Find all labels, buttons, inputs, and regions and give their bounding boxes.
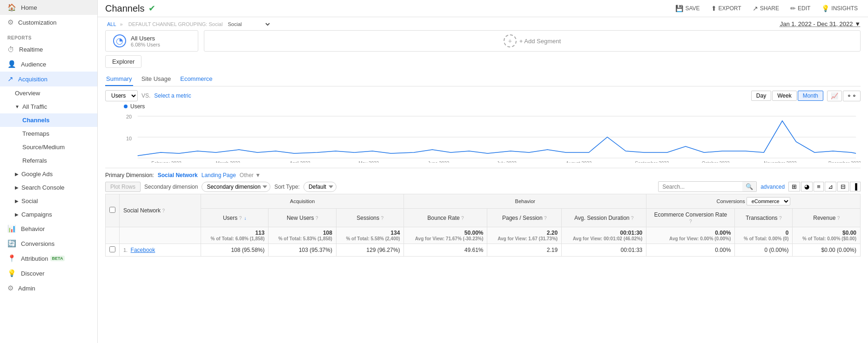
week-button[interactable]: Week bbox=[772, 91, 796, 101]
line-chart-button[interactable]: 📈 bbox=[827, 91, 842, 101]
svg-text:June 2022: June 2022 bbox=[428, 161, 450, 163]
save-icon: 💾 bbox=[675, 5, 683, 12]
add-segment-icon: + bbox=[504, 34, 517, 47]
social-network-help-icon[interactable]: ? bbox=[162, 208, 165, 213]
compare-view-button[interactable]: ⊟ bbox=[837, 182, 849, 191]
row-users: 108 (95.58%) bbox=[201, 244, 269, 257]
pages-session-help-icon[interactable]: ? bbox=[544, 216, 547, 221]
sidebar-channels-label: Channels bbox=[22, 117, 50, 124]
facebook-link[interactable]: Facebook bbox=[131, 247, 155, 253]
sidebar-item-attribution[interactable]: 📍 Attribution BETA bbox=[0, 251, 97, 266]
sidebar-item-search-console[interactable]: ▶ Search Console bbox=[0, 181, 97, 194]
metric-dropdown[interactable]: Users bbox=[105, 90, 138, 101]
date-range-selector[interactable]: Jan 1, 2022 - Dec 31, 2022 ▼ bbox=[780, 20, 861, 27]
sidebar-discover-label: Discover bbox=[21, 270, 45, 277]
row-checkbox[interactable] bbox=[109, 246, 115, 252]
sidebar-item-admin[interactable]: ⚙ Admin bbox=[0, 281, 97, 296]
channel-grouping-text: DEFAULT CHANNEL GROUPING: Social bbox=[128, 21, 223, 27]
behavior-group-header: Behavior bbox=[404, 194, 646, 209]
sidebar-audience-label: Audience bbox=[21, 61, 46, 68]
export-button[interactable]: ⬆ EXPORT bbox=[708, 3, 744, 14]
channel-grouping-dropdown[interactable]: Social Organic Search Direct bbox=[226, 21, 271, 27]
sidebar-item-home[interactable]: 🏠 Home bbox=[0, 0, 97, 15]
sidebar-item-all-traffic[interactable]: ▼ All Traffic bbox=[0, 100, 97, 113]
dot-chart-button[interactable]: ⚬⚬ bbox=[843, 91, 861, 101]
tab-site-usage[interactable]: Site Usage bbox=[141, 73, 172, 86]
legend-dot bbox=[124, 105, 128, 108]
tab-ecommerce[interactable]: Ecommerce bbox=[179, 73, 213, 86]
insights-button[interactable]: 💡 INSIGHTS bbox=[819, 3, 861, 14]
sidebar-item-referrals[interactable]: Referrals bbox=[0, 154, 97, 167]
edit-button[interactable]: ✏ EDIT bbox=[787, 3, 813, 14]
home-icon: 🏠 bbox=[7, 3, 16, 12]
social-network-dim[interactable]: Social Network bbox=[158, 172, 198, 178]
conversions-dropdown[interactable]: eCommerce bbox=[747, 197, 790, 205]
pie-view-button[interactable]: ◕ bbox=[801, 182, 813, 191]
sidebar-item-source-medium[interactable]: Source/Medium bbox=[0, 140, 97, 154]
sessions-header: Sessions ? bbox=[336, 209, 404, 227]
sort-type-select[interactable]: Default bbox=[303, 182, 336, 192]
sidebar-item-channels[interactable]: Channels bbox=[0, 113, 97, 127]
new-users-help-icon[interactable]: ? bbox=[316, 216, 318, 221]
sidebar-item-treemaps[interactable]: Treemaps bbox=[0, 127, 97, 140]
save-button[interactable]: 💾 SAVE bbox=[673, 3, 702, 14]
funnel-view-button[interactable]: ⊿ bbox=[825, 182, 836, 191]
list-view-button[interactable]: ≡ bbox=[814, 182, 824, 191]
add-segment-button[interactable]: + + Add Segment bbox=[204, 30, 861, 52]
table-total-row: 113 % of Total: 6.08% (1,858) 108 % of T… bbox=[106, 227, 861, 244]
share-icon: ↗ bbox=[753, 5, 758, 12]
search-input[interactable] bbox=[659, 182, 742, 191]
sidebar-item-campaigns[interactable]: ▶ Campaigns bbox=[0, 208, 97, 221]
select-all-checkbox[interactable] bbox=[109, 207, 115, 213]
sidebar-attribution-label: Attribution bbox=[21, 255, 48, 262]
advanced-link[interactable]: advanced bbox=[760, 184, 785, 190]
total-revenue: $0.00 % of Total: 0.00% ($0.00) bbox=[793, 227, 861, 244]
other-dim-dropdown[interactable]: Other ▼ bbox=[240, 172, 261, 178]
explorer-button[interactable]: Explorer bbox=[105, 55, 141, 68]
segment-sub: 6.08% Users bbox=[131, 42, 160, 47]
revenue-help-icon[interactable]: ? bbox=[837, 216, 840, 221]
sidebar-item-audience[interactable]: 👤 Audience bbox=[0, 57, 97, 72]
sidebar-item-customization[interactable]: ⚙ Customization bbox=[0, 15, 97, 30]
transactions-help-icon[interactable]: ? bbox=[779, 216, 782, 221]
users-sort-icon[interactable]: ↓ bbox=[244, 216, 247, 221]
sidebar-item-acquisition[interactable]: ↗ Acquisition bbox=[0, 72, 97, 86]
metric-selector: Users VS. Select a metric bbox=[105, 90, 191, 101]
select-all-header[interactable] bbox=[106, 194, 120, 227]
breadcrumb: ALL » DEFAULT CHANNEL GROUPING: Social S… bbox=[105, 17, 273, 30]
sidebar-item-social[interactable]: ▶ Social bbox=[0, 194, 97, 208]
sidebar-campaigns-label: Campaigns bbox=[21, 211, 52, 218]
data-table: Social Network ? Acquisition Behavior Co… bbox=[105, 194, 861, 257]
avg-session-help-icon[interactable]: ? bbox=[631, 216, 634, 221]
tab-summary[interactable]: Summary bbox=[105, 73, 133, 86]
share-label: SHARE bbox=[760, 5, 779, 12]
select-metric-link[interactable]: Select a metric bbox=[154, 92, 191, 99]
bar-view-button[interactable]: ▐ bbox=[850, 182, 861, 191]
sidebar-item-behavior[interactable]: 📊 Behavior bbox=[0, 221, 97, 236]
bounce-rate-help-icon[interactable]: ? bbox=[461, 216, 464, 221]
row-checkbox-cell[interactable] bbox=[106, 244, 120, 257]
breadcrumb-all[interactable]: ALL bbox=[107, 21, 116, 27]
sidebar-item-realtime[interactable]: ⏱ Realtime bbox=[0, 42, 97, 57]
sidebar-item-overview[interactable]: Overview bbox=[0, 86, 97, 100]
chart-type-buttons: 📈 ⚬⚬ bbox=[827, 91, 861, 101]
search-button[interactable]: 🔍 bbox=[742, 182, 756, 191]
ecom-conv-header: Ecommerce Conversion Rate ? bbox=[646, 209, 735, 227]
svg-text:20: 20 bbox=[126, 114, 132, 119]
sidebar-item-conversions[interactable]: 🔄 Conversions bbox=[0, 236, 97, 251]
month-button[interactable]: Month bbox=[798, 91, 823, 101]
chart-controls: Users VS. Select a metric Day Week Month… bbox=[105, 90, 861, 101]
sidebar-item-discover[interactable]: 💡 Discover bbox=[0, 266, 97, 281]
secondary-dim-select[interactable]: Secondary dimension bbox=[202, 182, 270, 192]
content-area: ALL » DEFAULT CHANNEL GROUPING: Social S… bbox=[98, 17, 868, 343]
ecom-conv-help-icon[interactable]: ? bbox=[689, 219, 692, 224]
day-button[interactable]: Day bbox=[751, 91, 771, 101]
grid-view-button[interactable]: ⊞ bbox=[788, 182, 800, 191]
plot-rows-button[interactable]: Plot Rows bbox=[105, 182, 141, 192]
users-help-icon[interactable]: ? bbox=[239, 216, 242, 221]
sessions-help-icon[interactable]: ? bbox=[381, 216, 384, 221]
total-sessions: 134 % of Total: 5.58% (2,400) bbox=[336, 227, 404, 244]
landing-page-dim[interactable]: Landing Page bbox=[202, 172, 236, 178]
share-button[interactable]: ↗ SHARE bbox=[750, 3, 782, 14]
sidebar-item-google-ads[interactable]: ▶ Google Ads bbox=[0, 167, 97, 181]
